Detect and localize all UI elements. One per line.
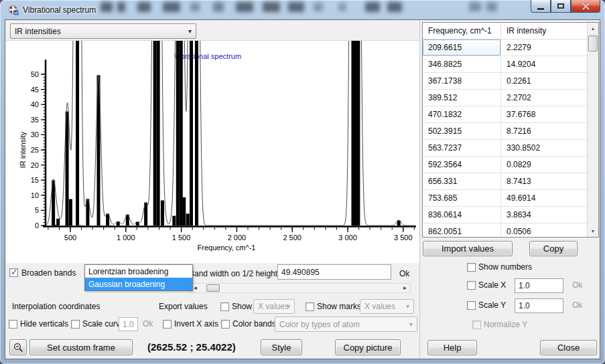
cell-intensity[interactable]: 330.8502: [501, 140, 587, 156]
color-by-value: Color by types of atom: [279, 320, 360, 329]
table-row[interactable]: 470.183237.6768: [423, 106, 587, 123]
table-scrollbar[interactable]: ▲ ▼: [587, 23, 598, 237]
cell-intensity[interactable]: 0.0829: [501, 157, 587, 173]
table-row[interactable]: 502.39158.7216: [423, 123, 587, 140]
cell-intensity[interactable]: 3.8634: [501, 207, 587, 223]
copy-button[interactable]: Copy: [529, 241, 578, 256]
color-by-dropdown: Color by types of atom: [275, 316, 417, 332]
table-row[interactable]: 862.00510.0506: [423, 223, 587, 237]
table-header: Frequency, cm^-1IR intensity: [423, 23, 587, 39]
zoom-button[interactable]: [9, 339, 27, 355]
table-row[interactable]: 209.66152.2279: [423, 39, 587, 56]
table-row[interactable]: 656.3318.7413: [423, 173, 587, 190]
import-values-label: Import values: [442, 244, 494, 254]
invert-x-axis-checkbox[interactable]: [163, 320, 172, 329]
scale-x-checkbox[interactable]: [467, 281, 476, 290]
cell-frequency[interactable]: 209.6615: [423, 39, 501, 56]
invert-x-axis-label: Invert X axis: [174, 319, 218, 329]
show-marks-checkbox[interactable]: [306, 302, 314, 311]
cell-frequency[interactable]: 592.3564: [423, 157, 501, 173]
cell-frequency[interactable]: 563.7237: [423, 140, 501, 156]
show-numbers-checkbox[interactable]: [467, 263, 476, 272]
scale-x-input[interactable]: [515, 278, 563, 293]
cell-frequency[interactable]: 862.0051: [423, 223, 501, 237]
window-title: Vibrational spectrum: [23, 5, 96, 15]
table-row[interactable]: 389.5122.2702: [423, 90, 587, 106]
broaden-bands-checkbox[interactable]: [9, 268, 18, 277]
cell-intensity[interactable]: 8.7216: [501, 123, 587, 139]
copy-picture-label: Copy picture: [344, 343, 393, 353]
show-peaks-values-value: X values: [258, 302, 289, 311]
show-peaks-checkbox[interactable]: [220, 302, 229, 311]
cell-frequency[interactable]: 346.8825: [423, 56, 501, 72]
import-values-button[interactable]: Import values: [423, 241, 513, 256]
cell-frequency[interactable]: 502.3915: [423, 123, 501, 139]
cell-intensity[interactable]: 8.7413: [501, 173, 587, 189]
titlebar[interactable]: Vibrational spectrum: [0, 0, 605, 20]
close-button[interactable]: [571, 0, 600, 13]
close-dialog-button[interactable]: Close: [540, 340, 597, 355]
slider-thumb[interactable]: [206, 284, 220, 292]
cell-intensity[interactable]: 2.2279: [501, 39, 587, 56]
help-button[interactable]: Help: [427, 340, 477, 355]
normalize-y-checkbox: [472, 321, 481, 329]
color-bands-checkbox[interactable]: [221, 320, 230, 329]
svg-text:45: 45: [31, 86, 39, 94]
cell-intensity[interactable]: 2.2702: [501, 90, 587, 106]
broadening-option-lorentzian[interactable]: Lorentzian broadening: [85, 265, 192, 278]
cell-intensity[interactable]: 0.2261: [501, 73, 587, 89]
spectrum-type-value: IR intensities: [15, 27, 61, 36]
col-frequency[interactable]: Frequency, cm^-1: [423, 23, 501, 39]
svg-text:3 500: 3 500: [394, 234, 413, 242]
close-dialog-label: Close: [557, 343, 580, 353]
cell-frequency[interactable]: 367.1738: [423, 73, 501, 89]
cell-frequency[interactable]: 656.331: [423, 173, 501, 189]
band-width-slider[interactable]: ◄ ►: [190, 283, 411, 293]
hide-verticals-checkbox[interactable]: [9, 320, 17, 329]
export-values-label[interactable]: Export values: [159, 302, 208, 311]
svg-text:40: 40: [31, 100, 39, 108]
scroll-thumb[interactable]: [588, 35, 598, 52]
broadening-option-gaussian[interactable]: Gaussian broadening: [85, 278, 192, 290]
table-row[interactable]: 563.7237330.8502: [423, 140, 587, 157]
svg-text:1 500: 1 500: [172, 234, 191, 242]
table-row[interactable]: 592.35640.0829: [423, 157, 587, 173]
scroll-down-icon[interactable]: ▼: [588, 225, 598, 237]
scale-curve-checkbox[interactable]: [71, 320, 80, 329]
table-row[interactable]: 367.17380.2261: [423, 73, 587, 90]
col-intensity[interactable]: IR intensity: [501, 23, 587, 39]
scale-y-checkbox[interactable]: [467, 301, 476, 310]
y-axis-label: IR intensity: [19, 131, 27, 168]
table-row[interactable]: 346.882514.9204: [423, 56, 587, 73]
cell-intensity[interactable]: 0.0506: [501, 223, 587, 237]
interpolation-coordinates-label[interactable]: Interpolation coordinates: [12, 302, 100, 311]
style-button[interactable]: Style: [261, 339, 302, 355]
cell-frequency[interactable]: 836.0614: [423, 207, 501, 223]
spectrum-plot[interactable]: 5001 0001 5002 0002 5003 0003 5000510152…: [5, 41, 419, 264]
band-width-input[interactable]: [277, 264, 391, 280]
scroll-up-icon[interactable]: ▲: [588, 23, 598, 34]
cell-frequency[interactable]: 753.685: [423, 190, 501, 206]
cell-intensity[interactable]: 37.6768: [501, 106, 587, 122]
cell-intensity[interactable]: 14.9204: [501, 56, 587, 72]
table-body: Frequency, cm^-1IR intensity209.66152.22…: [423, 23, 587, 237]
cell-frequency[interactable]: 470.1832: [423, 106, 501, 122]
cell-frequency[interactable]: 389.512: [423, 90, 501, 106]
minimize-button[interactable]: [531, 0, 551, 13]
band-width-ok[interactable]: Ok: [399, 269, 409, 278]
panel-divider: [419, 20, 420, 359]
set-custom-frame-button[interactable]: Set custom frame: [29, 339, 133, 355]
show-marks-values-dropdown: X values: [360, 299, 414, 314]
svg-text:30: 30: [31, 130, 39, 139]
broadening-dropdown-open[interactable]: Lorentzian broadening Gaussian broadenin…: [84, 264, 193, 291]
table-row[interactable]: 753.68549.6914: [423, 190, 587, 207]
maximize-button[interactable]: [551, 0, 571, 13]
slider-right-arrow-icon[interactable]: ►: [400, 284, 410, 292]
scale-y-input[interactable]: [515, 298, 563, 313]
table-row[interactable]: 836.06143.8634: [423, 207, 587, 223]
spectrum-type-dropdown[interactable]: IR intensities: [10, 23, 196, 39]
show-marks-label: Show marks: [317, 302, 361, 311]
cell-intensity[interactable]: 49.6914: [501, 190, 587, 206]
broaden-bands-label: Broaden bands: [21, 268, 76, 278]
copy-picture-button[interactable]: Copy picture: [335, 339, 401, 355]
